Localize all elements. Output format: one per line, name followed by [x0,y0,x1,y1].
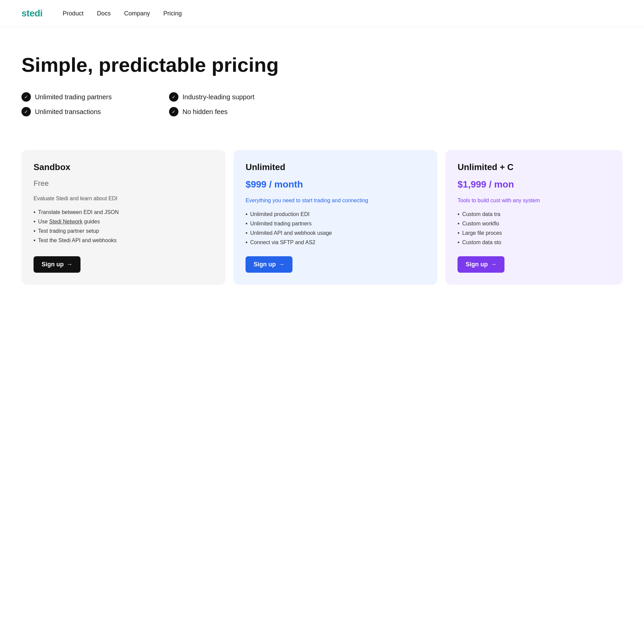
sandbox-description: Evaluate Stedi and learn about EDI [34,195,213,203]
sandbox-feature-2: Use Stedi Network guides [34,219,213,225]
sandbox-feature-3: Test trading partner setup [34,228,213,234]
unlimited-plus-description: Tools to build cust with any system [458,197,610,205]
cards-container: Sandbox Free Evaluate Stedi and learn ab… [21,150,623,285]
sandbox-feature-1: Translate between EDI and JSON [34,209,213,215]
check-icon-3: ✓ [21,107,31,116]
card-unlimited: Unlimited $999 / month Everything you ne… [233,150,437,285]
unlimited-plus-feature-3: Large file proces [458,230,610,236]
feature-item-3: ✓ Unlimited transactions [21,107,142,116]
nav-link-docs[interactable]: Docs [97,10,111,17]
sandbox-features: Translate between EDI and JSON Use Stedi… [34,209,213,246]
sandbox-title: Sandbox [34,162,213,172]
unlimited-feature-2: Unlimited trading partners [246,221,425,227]
nav-link-pricing[interactable]: Pricing [163,10,182,17]
feature-text-3: Unlimited transactions [35,108,101,116]
unlimited-plus-feature-2: Custom workflo [458,221,610,227]
unlimited-plus-feature-4: Custom data sto [458,239,610,246]
unlimited-plus-feature-1: Custom data tra [458,211,610,217]
feature-item-4: ✓ No hidden fees [169,107,290,116]
logo[interactable]: stedi [21,8,43,19]
card-sandbox: Sandbox Free Evaluate Stedi and learn ab… [21,150,225,285]
stedi-network-link[interactable]: Stedi Network [49,219,83,224]
feature-text-1: Unlimited trading partners [35,93,112,101]
navigation: stedi Product Docs Company Pricing [0,0,644,27]
unlimited-plus-features: Custom data tra Custom workflo Large fil… [458,211,610,246]
unlimited-price: $999 / month [246,179,425,190]
sandbox-feature-4: Test the Stedi API and webhooks [34,237,213,244]
unlimited-plus-price: $1,999 / mon [458,179,610,190]
arrow-icon-2: → [278,261,284,268]
pricing-section: Sandbox Free Evaluate Stedi and learn ab… [0,137,644,312]
nav-link-product[interactable]: Product [63,10,84,17]
arrow-icon: → [66,261,72,268]
unlimited-signup-button[interactable]: Sign up → [246,256,292,273]
unlimited-plus-signup-button[interactable]: Sign up → [458,256,504,273]
card-unlimited-plus: Unlimited + C $1,999 / mon Tools to buil… [445,150,623,285]
unlimited-description: Everything you need to start trading and… [246,197,425,205]
arrow-icon-3: → [490,261,496,268]
feature-text-2: Industry-leading support [182,93,255,101]
check-icon-1: ✓ [21,92,31,102]
feature-item-1: ✓ Unlimited trading partners [21,92,142,102]
check-icon-2: ✓ [169,92,178,102]
unlimited-plus-title: Unlimited + C [458,162,610,172]
feature-text-4: No hidden fees [182,108,228,116]
check-icon-4: ✓ [169,107,178,116]
unlimited-feature-1: Unlimited production EDI [246,211,425,217]
unlimited-title: Unlimited [246,162,425,172]
hero-section: Simple, predictable pricing ✓ Unlimited … [0,27,644,137]
features-grid: ✓ Unlimited trading partners ✓ Industry-… [21,92,290,116]
sandbox-signup-button[interactable]: Sign up → [34,256,80,273]
hero-heading: Simple, predictable pricing [21,54,623,76]
unlimited-feature-4: Connect via SFTP and AS2 [246,239,425,246]
unlimited-feature-3: Unlimited API and webhook usage [246,230,425,236]
nav-link-company[interactable]: Company [124,10,150,17]
logo-text: stedi [21,8,43,18]
unlimited-features: Unlimited production EDI Unlimited tradi… [246,211,425,246]
sandbox-price: Free [34,179,213,188]
feature-item-2: ✓ Industry-leading support [169,92,290,102]
